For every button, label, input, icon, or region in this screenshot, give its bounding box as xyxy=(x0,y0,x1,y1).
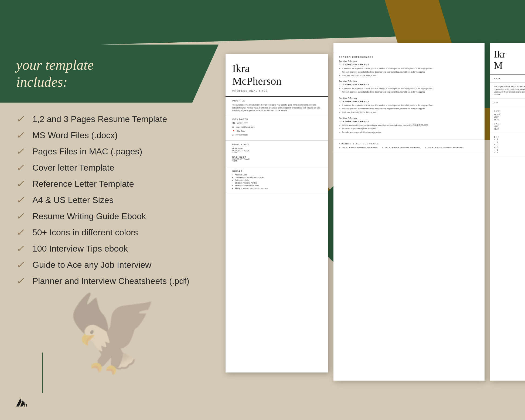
checkmark-icon: ✓ xyxy=(16,243,27,254)
resume2-pos1-bullet2: For each position, use detailed actions … xyxy=(339,71,479,73)
resume1-skill-item: Delegation Skills xyxy=(232,179,321,181)
checklist-item-label: 100 Interview Tips ebook xyxy=(32,244,128,254)
checklist-item-label: Planner and Interview Cheatsheets (.pdf) xyxy=(32,276,189,286)
checklist-item-label: A4 & US Letter Sizes xyxy=(32,195,114,205)
resume1-location: City, State xyxy=(237,130,245,133)
checklist-item-label: 50+ Icons in different colors xyxy=(32,228,138,238)
resume2-pos2-company: COMPANY|DATE RANGE xyxy=(339,83,479,86)
checkmark-icon: ✓ xyxy=(16,194,27,206)
resume1-bachelor-item: BACHELOR UNIVERSITY NAME YEAR xyxy=(232,156,321,162)
banner-line2: includes: xyxy=(16,74,68,90)
checkmark-icon: ✓ xyxy=(16,146,27,157)
checkmark-icon: ✓ xyxy=(16,211,27,222)
phone-icon: ☎ xyxy=(232,122,235,124)
resume3-skill-2: C xyxy=(494,141,525,143)
checkmark-icon: ✓ xyxy=(16,178,27,189)
list-item: ✓ Pages Files in MAC (.pages) xyxy=(16,146,221,157)
resume2-career-label: CAREER EXPERIENCES xyxy=(339,56,479,58)
resume2-award-2: TITLE OF YOUR AWARD/ACHIEVEMENT xyxy=(382,147,421,148)
resume3-contacts-section: CO xyxy=(490,99,525,107)
checklist-item-label: Reference Letter Template xyxy=(32,179,134,189)
resume2-pos3-bullet1: If you want the emphasis to be on your t… xyxy=(339,104,479,107)
resume3-uni1: UNIV xyxy=(494,116,525,118)
resume1-education-label: EDUCATION xyxy=(232,143,321,146)
resume1-skill-item: Ability to remain calm in under pressure xyxy=(232,187,321,189)
resume1-skill-item: Analysis Skills xyxy=(232,174,321,176)
resume1-email: youremail@email.com xyxy=(236,126,254,129)
resume1-skills-section: SKILLS Analysis Skills Collaboration and… xyxy=(226,167,328,193)
accent-line-vertical xyxy=(42,5,43,43)
resume2-pos3-title: Position Title Here xyxy=(339,97,479,99)
resume3-education-section: EDU MAS UNIV YEAR BAC UNIV YEAR xyxy=(490,107,525,133)
resume2-pos2-bullet1: If you want the emphasis to be on your t… xyxy=(339,87,479,90)
resume3-skill-6: A xyxy=(494,152,525,154)
checkmark-icon: ✓ xyxy=(16,130,27,141)
resume1-phone-item: ☎ 333.333.3333 xyxy=(232,122,321,125)
resume3-name-second: M xyxy=(494,60,525,71)
resume2-pos4-bullet2: Be details in your descriptions without … xyxy=(339,127,479,130)
list-item: ✓ A4 & US Letter Sizes xyxy=(16,194,221,206)
resume1-skills-label: SKILLS xyxy=(232,170,321,172)
resume3-skill-4: S xyxy=(494,146,525,148)
banner-text: your template includes: xyxy=(16,57,94,90)
checkmark-icon: ✓ xyxy=(16,113,27,125)
checklist-item-label: Resume Writing Guide Ebook xyxy=(32,211,146,221)
resume3-year1: YEAR xyxy=(494,118,525,121)
resume2-career-section: CAREER EXPERIENCES Position Title Here C… xyxy=(333,53,485,140)
resume3-profile-text: The purpose of this area is to direct em… xyxy=(494,85,525,96)
list-item: ✓ Reference Letter Template xyxy=(16,178,221,189)
resume2-awards-grid: TITLE OF YOUR AWARD/ACHIEVEMENT TITLE OF… xyxy=(339,147,479,149)
checklist-item-label: MS Word Files (.docx) xyxy=(32,130,118,140)
resume3-profile-body: The purpose of this area is to direct em… xyxy=(490,83,525,99)
checklist-item-label: 1,2 and 3 Pages Resume Template xyxy=(32,114,167,124)
logo-icon: h xyxy=(15,397,28,408)
resume3-uni2: UNIV xyxy=(494,125,525,128)
resume3-bachelor-label: BAC xyxy=(494,123,525,125)
linkedin-icon: in xyxy=(232,134,234,136)
checkmark-icon: ✓ xyxy=(16,162,27,173)
list-item: ✓ 50+ Icons in different colors xyxy=(16,227,221,238)
resume1-master-item: MASTER UNIVERSITY NAME YEAR xyxy=(232,147,321,154)
resume1-contacts-label: CONTACTS xyxy=(232,118,321,120)
list-item: ✓ Planner and Interview Cheatsheets (.pd… xyxy=(16,275,221,287)
resume-pages-container: Ikra McPherson PROFESSIONAL TITLE PROFIL… xyxy=(226,43,522,408)
resume2-pos3-bullet3: Limit your description to the three or f… xyxy=(339,111,479,114)
resume1-phone: 333.333.3333 xyxy=(237,122,248,125)
resume3-contacts-label: CO xyxy=(494,101,525,104)
banner-line1: your template xyxy=(16,57,94,73)
resume1-master-label: MASTER xyxy=(232,147,321,150)
resume3-profile-section: PRO xyxy=(490,74,525,83)
resume1-skill-item: Strong Communication Skills xyxy=(232,185,321,187)
list-item: ✓ Resume Writing Guide Ebook xyxy=(16,211,221,222)
resume3-year2: YEAR xyxy=(494,128,525,130)
resume3-skill-3: D xyxy=(494,144,525,145)
bottom-accent-line xyxy=(42,353,43,393)
resume3-profile-label: PRO xyxy=(494,77,525,80)
resume-page-3: Ikr M PRO The purpose of this area is to… xyxy=(490,43,525,381)
resume1-bachelor-year: YEAR xyxy=(232,160,321,162)
resume1-master-year: YEAR xyxy=(232,152,321,154)
resume2-award-3: TITLE OF YOUR AWARD/ACHIEVEMENT xyxy=(425,147,464,148)
location-icon: 📍 xyxy=(232,130,235,132)
checkmark-icon: ✓ xyxy=(16,275,27,287)
list-item: ✓ MS Word Files (.docx) xyxy=(16,130,221,141)
resume1-last-name: McPherson xyxy=(232,75,321,87)
list-item: ✓ 100 Interview Tips ebook xyxy=(16,243,221,254)
checkmark-icon: ✓ xyxy=(16,259,27,270)
checklist-item-label: Guide to Ace any Job Interview xyxy=(32,260,151,270)
resume1-first-name: Ikra xyxy=(232,62,321,75)
resume-page-2: CAREER EXPERIENCES Position Title Here C… xyxy=(333,43,485,381)
resume2-pos4-title: Position Title Here xyxy=(339,117,479,119)
resume1-header: Ikra McPherson PROFESSIONAL TITLE xyxy=(226,54,328,97)
list-item: ✓ Cover letter Template xyxy=(16,162,221,173)
resume2-pos3-bullet2: For each position, use detailed actions … xyxy=(339,107,479,110)
resume2-position-4: Position Title Here COMPANY|DATE RANGE I… xyxy=(339,117,479,133)
resume1-skill-item: Strategic Planning Abilities xyxy=(232,182,321,184)
resume2-pos1-bullet1: If you want the emphasis to be on your t… xyxy=(339,67,479,70)
resume1-bachelor-label: BACHELOR xyxy=(232,156,321,158)
resume2-pos2-bullet2: For each position, use detailed actions … xyxy=(339,91,479,93)
checklist-item-label: Pages Files in MAC (.pages) xyxy=(32,147,142,157)
resume3-master-label: MAS xyxy=(494,113,525,116)
checklist-area: ✓ 1,2 and 3 Pages Resume Template ✓ MS W… xyxy=(16,113,221,292)
resume3-edu-label: EDU xyxy=(494,110,525,112)
